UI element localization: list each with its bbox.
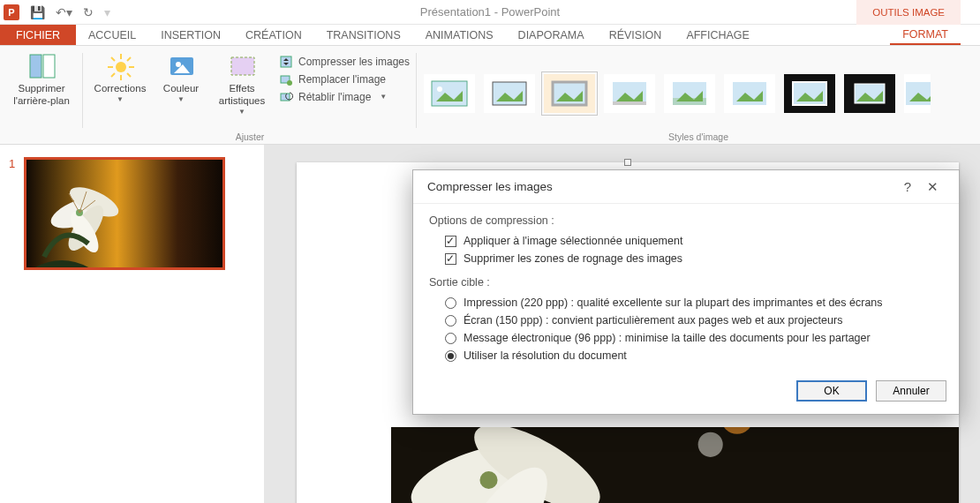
svg-rect-14 [231, 57, 254, 75]
change-label: Remplacer l'image [298, 73, 386, 86]
remove-background-button[interactable]: Supprimer l'arrière-plan [7, 49, 76, 108]
tab-review[interactable]: RÉVISION [597, 25, 675, 45]
artistic-icon [228, 53, 256, 81]
tab-home[interactable]: ACCUEIL [76, 25, 148, 45]
quick-access-toolbar: P 💾 ↶▾ ↻ ▾ [0, 4, 110, 20]
tab-insert[interactable]: INSERTION [148, 25, 233, 45]
radio-document-resolution[interactable]: Utiliser la résolution du document [429, 347, 943, 364]
radio-doc-label: Utiliser la résolution du document [464, 349, 627, 362]
svg-line-9 [111, 73, 115, 77]
redo-icon[interactable]: ↻ [83, 5, 94, 19]
reset-label: Rétablir l'image [298, 91, 371, 103]
dialog-titlebar: Compresser les images ? ✕ [413, 170, 959, 204]
group-remove-bg: Supprimer l'arrière-plan [0, 46, 83, 144]
tab-format[interactable]: FORMAT [890, 25, 961, 45]
compress-images-dialog: Compresser les images ? ✕ Options de com… [412, 169, 960, 415]
svg-line-10 [127, 57, 131, 61]
radio-icon [445, 315, 456, 327]
flower-thumbnail-image [26, 160, 225, 270]
compress-images-button[interactable]: Compresser les images [279, 55, 410, 69]
color-button[interactable]: Couleur ▼ [157, 49, 205, 103]
corrections-label: Corrections [94, 83, 147, 95]
remove-bg-label: Supprimer l'arrière-plan [7, 83, 76, 108]
sun-icon [106, 53, 134, 81]
artistic-effects-button[interactable]: Effets artistiques ▼ [212, 49, 272, 116]
slide-number: 1 [9, 157, 15, 270]
reset-icon [279, 90, 293, 104]
option-delete-cropped[interactable]: Supprimer les zones de rognage des image… [429, 250, 943, 267]
checkbox-icon [445, 236, 456, 247]
svg-rect-29 [613, 101, 646, 105]
dropdown-icon: ▼ [238, 108, 245, 116]
style-item-3[interactable] [544, 74, 595, 113]
radio-print[interactable]: Impression (220 ppp) : qualité excellent… [429, 294, 943, 312]
save-icon[interactable]: 💾 [30, 5, 45, 19]
change-picture-button[interactable]: Remplacer l'image [279, 72, 410, 86]
tab-slideshow[interactable]: DIAPORAMA [506, 25, 597, 45]
artistic-label: Effets artistiques [212, 83, 272, 108]
checkbox-icon [445, 253, 456, 265]
undo-icon[interactable]: ↶▾ [56, 5, 72, 19]
radio-print-label: Impression (220 ppp) : qualité excellent… [464, 297, 883, 309]
radio-screen[interactable]: Écran (150 ppp) : convient particulièrem… [429, 312, 943, 329]
svg-point-2 [116, 62, 126, 72]
change-picture-icon [279, 72, 293, 86]
style-item-5[interactable] [664, 74, 715, 113]
qat-more-icon[interactable]: ▾ [104, 5, 110, 19]
dialog-title: Compresser les images [427, 180, 895, 193]
selection-handle-top[interactable] [624, 159, 631, 166]
option-apply-selected[interactable]: Appliquer à l'image sélectionnée uniquem… [429, 232, 943, 250]
style-item-1[interactable] [424, 74, 475, 113]
dropdown-icon: ▼ [117, 95, 124, 104]
slide-thumbnail-1[interactable] [24, 157, 225, 270]
svg-point-55 [698, 432, 723, 457]
style-item-8[interactable] [844, 74, 895, 113]
reset-picture-button[interactable]: Rétablir l'image ▼ [279, 90, 410, 104]
tab-transitions[interactable]: TRANSITIONS [314, 25, 413, 45]
tab-view[interactable]: AFFICHAGE [674, 25, 762, 45]
svg-point-22 [437, 86, 442, 92]
group-label-blank [41, 131, 43, 142]
svg-rect-32 [673, 98, 706, 105]
ok-button[interactable]: OK [796, 380, 867, 402]
corrections-button[interactable]: Corrections ▼ [90, 49, 150, 103]
close-button[interactable]: ✕ [920, 179, 945, 195]
svg-rect-1 [43, 55, 55, 78]
app-icon: P [4, 4, 19, 20]
ribbon-tabs: FICHIER ACCUEIL INSERTION CRÉATION TRANS… [0, 25, 980, 46]
style-item-6[interactable] [724, 74, 775, 113]
svg-point-18 [287, 80, 292, 86]
dropdown-icon: ▼ [177, 95, 185, 104]
picture-color-icon [167, 53, 195, 81]
svg-rect-16 [281, 56, 291, 67]
svg-point-12 [176, 62, 181, 67]
flower-slide-image [391, 427, 959, 503]
tab-design[interactable]: CRÉATION [233, 25, 314, 45]
radio-email-label: Message électronique (96 ppp) : minimise… [464, 332, 871, 344]
ribbon: Supprimer l'arrière-plan Corrections ▼ C… [0, 46, 980, 145]
style-item-2[interactable] [484, 74, 535, 113]
tab-animations[interactable]: ANIMATIONS [413, 25, 506, 45]
style-item-7[interactable] [784, 74, 835, 113]
radio-icon [445, 333, 456, 344]
style-item-9[interactable] [904, 74, 931, 113]
group-label-adjust: Ajuster [236, 131, 265, 142]
radio-email[interactable]: Message électronique (96 ppp) : minimise… [429, 329, 943, 347]
remove-bg-icon [27, 53, 56, 81]
color-label: Couleur [163, 83, 199, 95]
radio-icon [445, 297, 456, 309]
cancel-button[interactable]: Annuler [876, 380, 946, 402]
svg-rect-0 [30, 55, 41, 78]
radio-screen-label: Écran (150 ppp) : convient particulièrem… [464, 314, 842, 327]
help-button[interactable]: ? [895, 179, 920, 194]
selected-picture[interactable] [391, 427, 959, 503]
style-item-4[interactable] [604, 74, 655, 113]
group-picture-styles: Styles d'image [417, 46, 980, 144]
option-crop-label: Supprimer les zones de rognage des image… [464, 252, 682, 265]
section-compression-options: Options de compression : [429, 214, 943, 227]
tab-file[interactable]: FICHIER [0, 25, 76, 45]
window-title: Présentation1 - PowerPoint [0, 5, 980, 19]
option-apply-label: Appliquer à l'image sélectionnée uniquem… [464, 235, 682, 247]
compress-label: Compresser les images [298, 56, 410, 68]
compress-icon [279, 55, 293, 69]
